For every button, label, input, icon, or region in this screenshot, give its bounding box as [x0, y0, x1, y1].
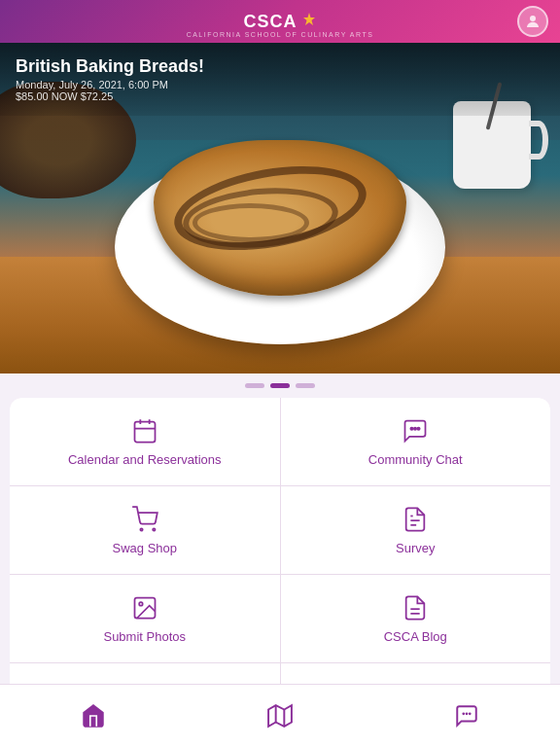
menu-item-submit-photos[interactable]: Submit Photos: [10, 575, 280, 662]
dot-3[interactable]: [296, 383, 315, 388]
survey-label: Survey: [396, 541, 435, 555]
menu-item-online-academy[interactable]: Online Academy: [10, 663, 280, 684]
calendar-icon: [131, 417, 158, 445]
header: CSCA CALIFORNIA SCHOOL OF CULINARY ARTS: [0, 0, 560, 43]
survey-icon: [402, 506, 429, 533]
svg-point-7: [418, 427, 420, 429]
map-icon: [267, 703, 293, 729]
community-chat-label: Community Chat: [368, 452, 463, 467]
avatar-button[interactable]: [517, 6, 548, 37]
menu-item-calendar[interactable]: Calendar and Reservations: [10, 398, 280, 485]
menu-item-swag-shop[interactable]: Swag Shop: [10, 486, 280, 574]
svg-rect-1: [134, 421, 155, 442]
menu-item-csca-blog[interactable]: CSCA Blog: [281, 575, 551, 662]
submit-photos-icon: [131, 594, 158, 622]
submit-photos-label: Submit Photos: [103, 629, 186, 644]
svg-point-9: [153, 528, 155, 530]
grid-menu: Calendar and Reservations Community Chat…: [10, 398, 550, 684]
swag-shop-icon: [131, 506, 158, 533]
bottom-nav: [0, 684, 560, 747]
nav-item-home[interactable]: [61, 695, 125, 736]
menu-item-community-chat[interactable]: Community Chat: [281, 398, 551, 485]
menu-item-survey[interactable]: Survey: [281, 486, 551, 574]
header-subtitle: CALIFORNIA SCHOOL OF CULINARY ARTS: [187, 31, 374, 38]
csca-blog-icon: [402, 594, 429, 622]
cup-handle: [529, 121, 548, 160]
csca-blog-label: CSCA Blog: [384, 629, 447, 644]
messages-icon: [454, 703, 479, 729]
swag-shop-label: Swag Shop: [113, 541, 178, 555]
hero-date: Monday, July 26, 2021, 6:00 PM: [16, 79, 544, 90]
nav-item-map[interactable]: [248, 695, 312, 736]
svg-point-0: [530, 16, 536, 21]
dot-2[interactable]: [270, 383, 290, 388]
hero-overlay: British Baking Breads! Monday, July 26, …: [0, 43, 560, 116]
logo: CSCA CALIFORNIA SCHOOL OF CULINARY ARTS: [243, 12, 316, 32]
hero-price: $85.00 NOW $72.25: [16, 90, 544, 102]
carousel-dots: [0, 374, 560, 398]
svg-point-6: [414, 427, 416, 429]
svg-marker-21: [268, 705, 292, 727]
hero-title: British Baking Breads!: [16, 56, 544, 77]
menu-item-ask-a-chef[interactable]: Ask a Chef: [281, 663, 551, 684]
swirl-3: [192, 203, 309, 242]
community-chat-icon: [402, 417, 429, 445]
hero-section: British Baking Breads! Monday, July 26, …: [0, 43, 560, 374]
main-content: British Baking Breads! Monday, July 26, …: [0, 43, 560, 684]
svg-point-8: [140, 528, 142, 530]
svg-point-5: [411, 427, 413, 429]
nav-item-messages[interactable]: [435, 695, 499, 736]
svg-point-14: [139, 602, 143, 606]
calendar-label: Calendar and Reservations: [68, 452, 222, 467]
home-icon: [81, 703, 106, 729]
dot-1[interactable]: [245, 383, 264, 388]
